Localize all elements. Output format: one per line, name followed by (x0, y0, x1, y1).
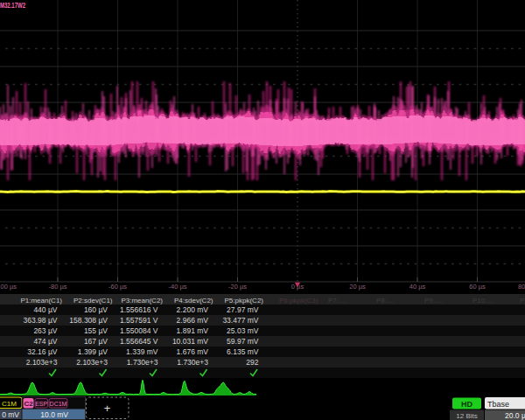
svg-text:-80 µs: -80 µs (49, 283, 67, 290)
svg-text:P3:mean(C2): P3:mean(C2) (121, 297, 163, 304)
svg-text:2.966 mV: 2.966 mV (177, 316, 209, 325)
svg-text:1.339 mV: 1.339 mV (126, 347, 158, 356)
svg-text:+: + (104, 402, 111, 415)
svg-text:Tbase: Tbase (487, 400, 509, 409)
svg-text:292: 292 (246, 358, 258, 367)
svg-text:P9:....: P9:.... (424, 297, 443, 304)
svg-text:2.103e+3: 2.103e+3 (26, 358, 58, 367)
svg-text:DC1M: DC1M (50, 401, 67, 407)
svg-text:20.0 µs: 20.0 µs (505, 411, 525, 420)
svg-text:P4:sdev(C2): P4:sdev(C2) (174, 297, 214, 304)
svg-text:-40 µs: -40 µs (169, 283, 187, 290)
svg-text:10.031 mV: 10.031 mV (172, 337, 208, 346)
svg-text:-20 µs: -20 µs (228, 283, 247, 290)
svg-text:P6:pkpk(C3): P6:pkpk(C3) (279, 297, 318, 304)
svg-text:1.730e+3: 1.730e+3 (127, 358, 158, 367)
svg-text:1.550084 V: 1.550084 V (120, 326, 158, 335)
svg-text:158.308 µV: 158.308 µV (69, 316, 108, 325)
svg-text:363.98 µV: 363.98 µV (24, 316, 58, 325)
svg-text:1.730e+3: 1.730e+3 (177, 358, 208, 367)
svg-text:60 µs: 60 µs (469, 283, 486, 290)
svg-text:P5:pkpk(C2): P5:pkpk(C2) (225, 297, 264, 304)
svg-text:1.557591 V: 1.557591 V (120, 316, 158, 325)
svg-text:P1:mean(C1): P1:mean(C1) (20, 297, 62, 304)
svg-text:6.135 mV: 6.135 mV (227, 347, 259, 356)
svg-text:10.0 mV: 10.0 mV (40, 410, 68, 419)
svg-text:160 µV: 160 µV (84, 305, 108, 314)
svg-text:P2:sdev(C1): P2:sdev(C1) (74, 297, 113, 304)
svg-text:80 µs: 80 µs (518, 283, 525, 290)
svg-text:59.97 mV: 59.97 mV (227, 337, 259, 346)
svg-text:P11:....: P11:.... (520, 297, 525, 304)
svg-text:0 mV: 0 mV (2, 410, 19, 419)
svg-text:1.399 µV: 1.399 µV (78, 347, 108, 356)
svg-text:ESP: ESP (35, 401, 47, 407)
svg-text:12 Bits: 12 Bits (456, 412, 477, 420)
svg-text:P7:....: P7:.... (328, 297, 346, 304)
svg-text:P8:....: P8:.... (376, 297, 395, 304)
svg-text:C2: C2 (24, 400, 33, 408)
svg-text:20 µs: 20 µs (349, 283, 366, 290)
svg-text:HD: HD (461, 400, 472, 409)
svg-text:1.891 mV: 1.891 mV (177, 326, 209, 335)
svg-text:00 µs: 00 µs (1, 283, 18, 290)
svg-text:27.97 mV: 27.97 mV (227, 305, 259, 314)
svg-text:2.103e+3: 2.103e+3 (76, 358, 108, 367)
svg-text:2.200 mV: 2.200 mV (177, 305, 209, 314)
svg-text:40 µs: 40 µs (410, 283, 426, 290)
svg-text:155 µV: 155 µV (84, 326, 108, 335)
svg-text:25.03 mV: 25.03 mV (227, 326, 259, 335)
svg-text:440 µV: 440 µV (33, 305, 57, 314)
svg-text:32.16 µV: 32.16 µV (27, 347, 58, 356)
svg-text:C1M: C1M (2, 400, 17, 408)
svg-text:1.676 mV: 1.676 mV (177, 347, 209, 356)
svg-text:M32.17W2: M32.17W2 (0, 1, 25, 10)
svg-text:263 µV: 263 µV (33, 326, 57, 335)
svg-text:167 µV: 167 µV (84, 337, 108, 346)
svg-text:P10:....: P10:.... (472, 297, 494, 304)
svg-text:1.556616 V: 1.556616 V (120, 305, 158, 314)
svg-text:1.556645 V: 1.556645 V (120, 337, 158, 346)
svg-text:474 µV: 474 µV (33, 337, 57, 346)
svg-text:33.477 mV: 33.477 mV (222, 316, 258, 325)
svg-text:-60 µs: -60 µs (108, 283, 127, 290)
